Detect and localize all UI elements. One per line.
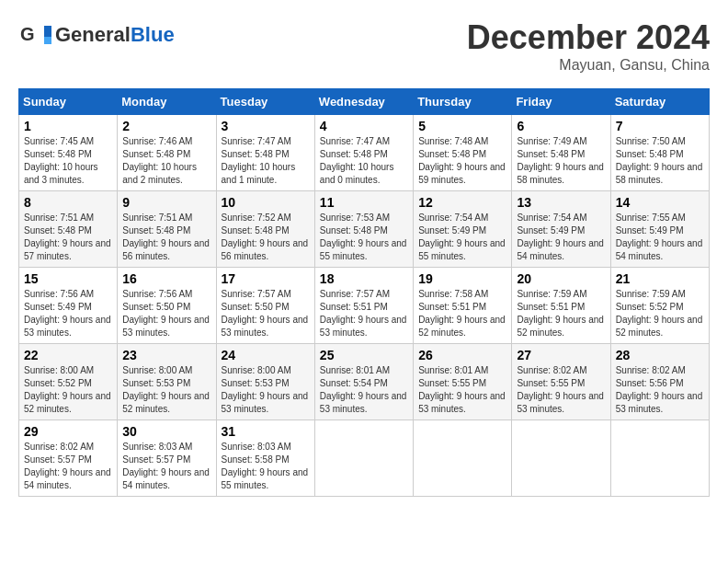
day-number: 8: [24, 195, 112, 210]
calendar-cell: 10 Sunrise: 7:52 AMSunset: 5:48 PMDaylig…: [216, 191, 314, 268]
day-number: 3: [222, 119, 310, 133]
day-number: 13: [517, 195, 605, 210]
day-detail: Sunrise: 7:59 AMSunset: 5:51 PMDaylight:…: [517, 289, 604, 338]
day-number: 22: [24, 348, 112, 362]
calendar-cell: 17 Sunrise: 7:57 AMSunset: 5:50 PMDaylig…: [216, 268, 314, 344]
day-number: 9: [122, 195, 210, 210]
calendar-cell: 29 Sunrise: 8:02 AMSunset: 5:57 PMDaylig…: [19, 420, 118, 497]
calendar-cell: 30 Sunrise: 8:03 AMSunset: 5:57 PMDaylig…: [118, 420, 216, 497]
calendar-cell: 25 Sunrise: 8:01 AMSunset: 5:54 PMDaylig…: [314, 344, 413, 420]
day-detail: Sunrise: 7:57 AMSunset: 5:51 PMDaylight:…: [320, 289, 407, 338]
day-detail: Sunrise: 7:52 AMSunset: 5:48 PMDaylight:…: [222, 213, 309, 261]
day-number: 26: [418, 348, 506, 362]
calendar-cell: 6 Sunrise: 7:49 AMSunset: 5:48 PMDayligh…: [512, 115, 610, 191]
calendar-week-row: 8 Sunrise: 7:51 AMSunset: 5:48 PMDayligh…: [19, 191, 710, 268]
calendar-cell: 5 Sunrise: 7:48 AMSunset: 5:48 PMDayligh…: [414, 115, 512, 191]
day-detail: Sunrise: 7:54 AMSunset: 5:49 PMDaylight:…: [418, 213, 506, 261]
calendar-cell: 18 Sunrise: 7:57 AMSunset: 5:51 PMDaylig…: [314, 268, 413, 344]
calendar-cell: 15 Sunrise: 7:56 AMSunset: 5:49 PMDaylig…: [19, 268, 118, 344]
day-detail: Sunrise: 8:02 AMSunset: 5:57 PMDaylight:…: [24, 442, 111, 490]
day-detail: Sunrise: 7:51 AMSunset: 5:48 PMDaylight:…: [122, 213, 210, 261]
day-detail: Sunrise: 7:54 AMSunset: 5:49 PMDaylight:…: [517, 213, 604, 261]
day-number: 2: [122, 119, 210, 133]
day-of-week-tuesday: Tuesday: [216, 89, 314, 115]
calendar-cell: 24 Sunrise: 8:00 AMSunset: 5:53 PMDaylig…: [216, 344, 314, 420]
calendar-cell: 31 Sunrise: 8:03 AMSunset: 5:58 PMDaylig…: [216, 420, 314, 497]
month-title: December 2024: [467, 18, 710, 57]
calendar-cell: [314, 420, 413, 497]
day-detail: Sunrise: 7:53 AMSunset: 5:48 PMDaylight:…: [320, 213, 407, 261]
calendar-cell: [414, 420, 512, 497]
svg-marker-3: [44, 37, 51, 44]
day-number: 28: [616, 348, 704, 362]
page-header: G GeneralBlue December 2024 Mayuan, Gans…: [18, 18, 710, 74]
day-of-week-wednesday: Wednesday: [314, 89, 413, 115]
calendar-cell: 4 Sunrise: 7:47 AMSunset: 5:48 PMDayligh…: [314, 115, 413, 191]
logo-general: General: [55, 23, 131, 47]
calendar-cell: 23 Sunrise: 8:00 AMSunset: 5:53 PMDaylig…: [118, 344, 216, 420]
day-number: 5: [418, 119, 506, 133]
calendar-cell: 22 Sunrise: 8:00 AMSunset: 5:52 PMDaylig…: [19, 344, 118, 420]
day-number: 23: [122, 348, 210, 362]
calendar-cell: 2 Sunrise: 7:46 AMSunset: 5:48 PMDayligh…: [118, 115, 216, 191]
day-detail: Sunrise: 7:46 AMSunset: 5:48 PMDaylight:…: [122, 136, 197, 185]
calendar-cell: 8 Sunrise: 7:51 AMSunset: 5:48 PMDayligh…: [19, 191, 118, 268]
day-number: 27: [517, 348, 605, 362]
day-number: 20: [517, 271, 605, 286]
day-number: 11: [320, 195, 408, 210]
svg-marker-2: [44, 26, 51, 37]
day-number: 1: [24, 119, 112, 133]
calendar-cell: 16 Sunrise: 7:56 AMSunset: 5:50 PMDaylig…: [118, 268, 216, 344]
day-of-week-monday: Monday: [118, 89, 216, 115]
day-detail: Sunrise: 7:57 AMSunset: 5:50 PMDaylight:…: [222, 289, 309, 338]
calendar-cell: 19 Sunrise: 7:58 AMSunset: 5:51 PMDaylig…: [414, 268, 512, 344]
day-detail: Sunrise: 7:58 AMSunset: 5:51 PMDaylight:…: [418, 289, 506, 338]
calendar-cell: 21 Sunrise: 7:59 AMSunset: 5:52 PMDaylig…: [610, 268, 709, 344]
logo-icon: G: [18, 18, 51, 52]
day-number: 19: [418, 271, 506, 286]
day-number: 10: [222, 195, 310, 210]
calendar-week-row: 15 Sunrise: 7:56 AMSunset: 5:49 PMDaylig…: [19, 268, 710, 344]
day-number: 6: [517, 119, 605, 133]
day-of-week-friday: Friday: [512, 89, 610, 115]
day-detail: Sunrise: 7:47 AMSunset: 5:48 PMDaylight:…: [222, 136, 296, 185]
calendar-cell: 11 Sunrise: 7:53 AMSunset: 5:48 PMDaylig…: [314, 191, 413, 268]
day-number: 18: [320, 271, 408, 286]
day-number: 30: [122, 424, 210, 439]
calendar-table: SundayMondayTuesdayWednesdayThursdayFrid…: [18, 88, 710, 497]
calendar-cell: [512, 420, 610, 497]
day-detail: Sunrise: 8:01 AMSunset: 5:54 PMDaylight:…: [320, 365, 407, 414]
day-number: 7: [616, 119, 704, 133]
day-detail: Sunrise: 8:02 AMSunset: 5:56 PMDaylight:…: [616, 365, 703, 414]
day-detail: Sunrise: 7:55 AMSunset: 5:49 PMDaylight:…: [616, 213, 703, 261]
day-number: 31: [222, 424, 310, 439]
day-number: 15: [24, 271, 112, 286]
calendar-week-row: 29 Sunrise: 8:02 AMSunset: 5:57 PMDaylig…: [19, 420, 710, 497]
day-detail: Sunrise: 7:50 AMSunset: 5:48 PMDaylight:…: [616, 136, 703, 185]
day-detail: Sunrise: 8:02 AMSunset: 5:55 PMDaylight:…: [517, 365, 604, 414]
title-block: December 2024 Mayuan, Gansu, China: [467, 18, 710, 74]
calendar-cell: 20 Sunrise: 7:59 AMSunset: 5:51 PMDaylig…: [512, 268, 610, 344]
day-of-week-thursday: Thursday: [414, 89, 512, 115]
calendar-cell: 28 Sunrise: 8:02 AMSunset: 5:56 PMDaylig…: [610, 344, 709, 420]
day-number: 12: [418, 195, 506, 210]
day-detail: Sunrise: 7:47 AMSunset: 5:48 PMDaylight:…: [320, 136, 394, 185]
calendar-cell: 12 Sunrise: 7:54 AMSunset: 5:49 PMDaylig…: [414, 191, 512, 268]
logo: G GeneralBlue: [18, 18, 175, 52]
day-detail: Sunrise: 7:48 AMSunset: 5:48 PMDaylight:…: [418, 136, 506, 185]
day-number: 16: [122, 271, 210, 286]
calendar-cell: [610, 420, 709, 497]
day-number: 17: [222, 271, 310, 286]
day-detail: Sunrise: 8:01 AMSunset: 5:55 PMDaylight:…: [418, 365, 506, 414]
day-detail: Sunrise: 8:00 AMSunset: 5:52 PMDaylight:…: [24, 365, 111, 414]
calendar-cell: 7 Sunrise: 7:50 AMSunset: 5:48 PMDayligh…: [610, 115, 709, 191]
day-detail: Sunrise: 7:49 AMSunset: 5:48 PMDaylight:…: [517, 136, 604, 185]
day-detail: Sunrise: 8:00 AMSunset: 5:53 PMDaylight:…: [222, 365, 309, 414]
day-detail: Sunrise: 7:59 AMSunset: 5:52 PMDaylight:…: [616, 289, 703, 338]
calendar-cell: 14 Sunrise: 7:55 AMSunset: 5:49 PMDaylig…: [610, 191, 709, 268]
location: Mayuan, Gansu, China: [467, 57, 710, 74]
calendar-week-row: 1 Sunrise: 7:45 AMSunset: 5:48 PMDayligh…: [19, 115, 710, 191]
calendar-cell: 9 Sunrise: 7:51 AMSunset: 5:48 PMDayligh…: [118, 191, 216, 268]
header-row: SundayMondayTuesdayWednesdayThursdayFrid…: [19, 89, 710, 115]
day-of-week-saturday: Saturday: [610, 89, 709, 115]
